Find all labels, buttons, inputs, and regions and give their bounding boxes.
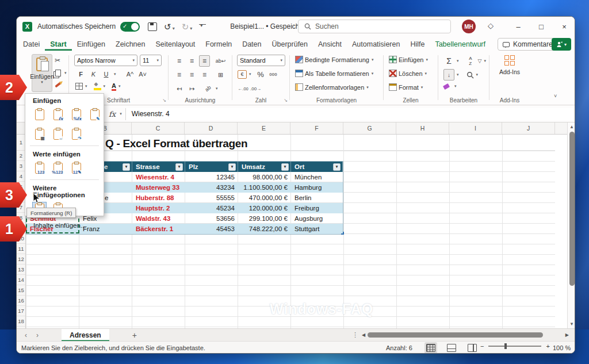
delete-cells-button[interactable]: Löschen▾ [389, 70, 427, 77]
comma-style-icon[interactable]: 000 [268, 68, 279, 80]
merge-center-icon[interactable]: ⊞ [215, 69, 226, 81]
wrap-text-icon[interactable]: ab↩ [215, 55, 226, 67]
avatar[interactable]: MH [462, 20, 476, 33]
row-header-15[interactable]: 15 [17, 285, 25, 296]
row-header-16[interactable]: 16 [17, 296, 25, 306]
align-right-icon[interactable]: ≡ [199, 69, 210, 81]
formula-input[interactable]: Wiesenstr. 4 [125, 108, 575, 120]
add-sheet-button[interactable]: + [132, 331, 137, 340]
page-break-view-icon[interactable] [468, 344, 477, 352]
horizontal-scrollbar[interactable]: ◀ ▶ [362, 331, 569, 339]
font-name-select[interactable]: Aptos Narrow▾ [74, 55, 137, 66]
horizontal-scroll-thumb[interactable] [368, 332, 543, 338]
sort-filter-button[interactable]: AZ [465, 55, 476, 67]
find-select-icon[interactable] [466, 71, 474, 79]
percent-icon[interactable]: % [255, 68, 266, 80]
row-header-12[interactable]: 12 [17, 254, 25, 265]
paste-option-no-borders[interactable]: ▦ [32, 127, 47, 141]
decrease-decimal-icon[interactable]: .00→ [250, 83, 261, 94]
paste-option-formulas-number-format[interactable]: %fx [69, 108, 83, 122]
column-header-g[interactable]: G [343, 122, 396, 134]
autosave-toggle[interactable]: ✓ [120, 22, 140, 32]
share-button[interactable]: ▾ [552, 38, 571, 51]
font-dialog-launcher[interactable]: ↘ [162, 98, 166, 103]
column-header-i[interactable]: I [449, 122, 502, 134]
format-as-table-button[interactable]: Als Tabelle formatieren▾ [295, 70, 373, 77]
font-size-select[interactable]: 11▾ [140, 55, 162, 66]
row-header-17[interactable]: 17 [17, 306, 25, 316]
table-resize-handle[interactable] [341, 232, 344, 235]
underline-button[interactable]: U [101, 68, 112, 80]
addins-button[interactable]: Add-Ins [498, 55, 521, 75]
copy-button[interactable]: ▾ [53, 70, 67, 76]
table-header-plz[interactable]: Plz▾ [185, 162, 238, 172]
align-top-icon[interactable]: ≡ [174, 55, 185, 67]
zoom-out-icon[interactable]: − [480, 343, 484, 350]
table-header-strasse[interactable]: Strasse▾ [132, 162, 185, 172]
bold-button[interactable]: F [75, 68, 86, 80]
ribbon-tab-daten[interactable]: Daten [237, 38, 266, 51]
column-header-j[interactable]: J [502, 122, 555, 134]
paste-option-column-widths[interactable]: ↔ [51, 127, 65, 141]
font-color-icon[interactable]: A [112, 82, 116, 90]
paste-option-keep-source[interactable] [32, 108, 47, 122]
row-header-4[interactable]: 4 [17, 171, 25, 182]
fill-color-icon[interactable] [94, 83, 101, 90]
format-cells-button[interactable]: Format▾ [389, 83, 423, 91]
normal-view-icon[interactable] [426, 344, 435, 352]
row-header-11[interactable]: 11 [17, 244, 25, 254]
scroll-right-icon[interactable]: ▶ [565, 332, 569, 338]
increase-decimal-icon[interactable]: ←.00 [238, 83, 248, 94]
vertical-scroll-thumb[interactable] [569, 132, 575, 286]
format-painter-button[interactable] [55, 83, 62, 86]
paste-option-transpose[interactable]: ↷ [69, 127, 83, 141]
orientation-icon[interactable]: ab [200, 81, 216, 97]
maximize-button[interactable]: □ [530, 17, 553, 36]
filter-icon[interactable]: ▾ [175, 163, 183, 171]
ribbon-tab-seitenlayout[interactable]: Seitenlayout [150, 38, 200, 51]
minimize-button[interactable]: – [507, 17, 530, 36]
clear-button[interactable]: ▾ [443, 84, 457, 89]
redo-button[interactable]: ↻▾ [182, 22, 193, 31]
close-button[interactable]: × [553, 17, 575, 36]
cell-styles-button[interactable]: Zellenformatvorlagen▾ [295, 83, 369, 91]
conditional-formatting-button[interactable]: Bedingte Formatierung▾ [295, 56, 373, 63]
paste-option-values-number-format[interactable]: %123 [51, 161, 65, 175]
undo-button[interactable]: ↺▾ [164, 22, 175, 31]
align-left-icon[interactable]: ≡ [174, 69, 185, 81]
paste-option-values-formatting[interactable]: 12✎ [69, 161, 83, 175]
column-header-e[interactable]: E [238, 122, 290, 134]
column-header-f[interactable]: F [290, 122, 343, 134]
prev-sheet-icon[interactable]: ‹ [25, 331, 27, 339]
row-header-13[interactable]: 13 [17, 265, 25, 275]
paste-option-formulas[interactable]: fx [51, 108, 65, 122]
row-header-1[interactable]: 1 [17, 135, 25, 151]
filter-icon[interactable]: ▾ [281, 163, 289, 171]
zoom-slider[interactable] [488, 346, 541, 347]
ribbon-tab-zeichnen[interactable]: Zeichnen [110, 38, 150, 51]
row-header-3[interactable]: 3 [17, 161, 25, 171]
paste-option-values[interactable]: 123 [32, 161, 47, 175]
comments-button[interactable]: Kommentare [498, 38, 558, 51]
sheet-tab-adressen[interactable]: Adressen [62, 329, 109, 342]
zoom-in-icon[interactable]: + [546, 343, 549, 350]
filter-icon[interactable]: ▾ [333, 163, 341, 171]
shrink-font-button[interactable]: A˅ [137, 68, 148, 80]
scroll-up-icon[interactable]: ▲ [569, 124, 574, 129]
row-header-14[interactable]: 14 [17, 275, 25, 285]
ribbon-tab-start[interactable]: Start [45, 38, 71, 51]
gem-icon[interactable]: ◇ [488, 21, 494, 30]
fx-button[interactable]: fx [103, 110, 119, 118]
row-header-2[interactable]: 2 [17, 151, 25, 161]
grow-font-button[interactable]: A^ [125, 68, 136, 80]
insert-cells-button[interactable]: Einfügen▾ [389, 56, 428, 63]
scroll-left-icon[interactable]: ◀ [362, 332, 365, 338]
ribbon-tab-überprüfen[interactable]: Überprüfen [266, 38, 313, 51]
paste-option-source-formatting[interactable]: ✎ [87, 108, 102, 122]
ribbon-tab-formeln[interactable]: Formeln [200, 38, 237, 51]
align-center-icon[interactable]: ≡ [186, 69, 197, 81]
currency-icon[interactable]: € [238, 70, 247, 79]
table-header-umsatz[interactable]: Umsatz▾ [238, 162, 291, 172]
decrease-indent-icon[interactable]: ↤ [174, 83, 185, 94]
customize-toolbar-icon[interactable] [199, 24, 206, 29]
